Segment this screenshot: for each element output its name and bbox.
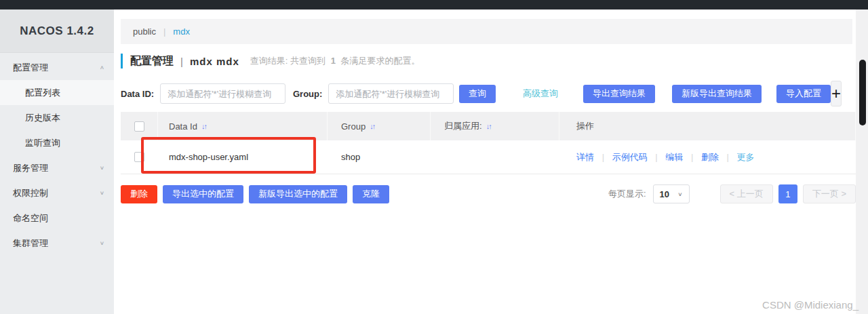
clone-button[interactable]: 克隆 — [353, 185, 389, 203]
action-delete[interactable]: 删除 — [701, 152, 719, 162]
header-label: 归属应用: — [444, 120, 482, 132]
page-size-select[interactable]: 10 ∨ — [653, 184, 690, 203]
data-id-input[interactable] — [160, 83, 285, 104]
sort-icon[interactable]: ↓↑ — [370, 122, 374, 130]
page-subtitle: mdx mdx — [190, 56, 239, 67]
query-result-text: 查询结果: 共查询到 1 条满足要求的配置。 — [250, 55, 420, 67]
footer-toolbar: 删除 导出选中的配置 新版导出选中的配置 克隆 每页显示: 10 ∨ < 上一页… — [121, 184, 856, 203]
sidebar-item-label: 命名空间 — [13, 212, 48, 224]
delete-button[interactable]: 删除 — [121, 185, 157, 203]
page-header: 配置管理 | mdx mdx 查询结果: 共查询到 1 条满足要求的配置。 — [121, 52, 852, 71]
import-config-button[interactable]: 导入配置 — [776, 85, 831, 103]
sidebar-item-label: 监听查询 — [25, 137, 60, 149]
header-app[interactable]: 归属应用: ↓↑ — [431, 112, 559, 140]
group-label: Group: — [293, 89, 322, 99]
export-results-button[interactable]: 导出查询结果 — [583, 85, 655, 103]
page-title: 配置管理 — [130, 54, 174, 68]
sidebar-item-label: 服务管理 — [13, 162, 48, 174]
row-select-cell — [121, 152, 158, 162]
header-actions: 操作 — [559, 112, 856, 140]
sort-icon[interactable]: ↓↑ — [486, 122, 491, 130]
header-label: 操作 — [576, 120, 594, 132]
action-sample-code[interactable]: 示例代码 — [612, 152, 648, 162]
page-size-label: 每页显示: — [608, 188, 646, 200]
table-header-row: Data Id ↓↑ Group ↓↑ 归属应用: ↓↑ 操作 — [121, 112, 856, 140]
row-group: shop — [328, 152, 431, 162]
chevron-up-icon: ∧ — [100, 64, 104, 71]
row-actions: 详情 | 示例代码 | 编辑 | 删除 | 更多 — [559, 151, 856, 163]
breadcrumb-current-namespace[interactable]: mdx — [173, 26, 190, 37]
page-size-value: 10 — [660, 189, 669, 199]
prev-page-button[interactable]: < 上一页 — [720, 184, 773, 203]
sidebar-item-listener-query[interactable]: 监听查询 — [0, 130, 114, 155]
next-page-button[interactable]: 下一页 > — [803, 184, 856, 203]
chevron-down-icon: ∨ — [100, 240, 104, 246]
action-separator: | — [602, 152, 604, 162]
action-edit[interactable]: 编辑 — [665, 152, 683, 162]
action-separator: | — [655, 152, 657, 162]
sidebar-item-label: 历史版本 — [25, 112, 60, 124]
chevron-down-icon: ∨ — [100, 165, 104, 171]
sidebar-item-config-management[interactable]: 配置管理 ∧ — [0, 55, 114, 80]
sidebar-item-label: 集群管理 — [13, 237, 48, 250]
accent-bar — [121, 54, 123, 68]
scrollbar-thumb[interactable] — [859, 60, 866, 125]
header-group[interactable]: Group ↓↑ — [328, 112, 431, 140]
breadcrumb: public | mdx — [121, 19, 852, 44]
advanced-search-link[interactable]: 高级查询 — [523, 87, 558, 100]
main-content: public | mdx 配置管理 | mdx mdx 查询结果: 共查询到 1… — [114, 9, 868, 314]
sidebar-item-namespace[interactable]: 命名空间 — [0, 205, 114, 231]
export-selected-new-button[interactable]: 新版导出选中的配置 — [249, 185, 347, 203]
export-selected-button[interactable]: 导出选中的配置 — [163, 185, 243, 203]
sidebar-item-permission-control[interactable]: 权限控制 ∨ — [0, 180, 114, 205]
data-id-label: Data ID: — [121, 89, 154, 99]
search-button[interactable]: 查询 — [459, 85, 496, 103]
query-result-suffix: 条满足要求的配置。 — [340, 56, 420, 66]
filter-row: Data ID: Group: 查询 高级查询 导出查询结果 新版导出查询结果 … — [121, 80, 852, 107]
sidebar-item-label: 权限控制 — [13, 187, 48, 199]
action-separator: | — [691, 152, 693, 162]
current-page-button[interactable]: 1 — [778, 184, 797, 203]
table-row: mdx-shop-user.yaml shop 详情 | 示例代码 | 编辑 |… — [121, 140, 856, 174]
chevron-down-icon: ∨ — [100, 190, 104, 196]
sidebar-item-label: 配置管理 — [13, 62, 48, 74]
header-label: Group — [341, 121, 366, 132]
export-results-new-button[interactable]: 新版导出查询结果 — [672, 85, 762, 103]
sort-icon[interactable]: ↓↑ — [201, 122, 206, 130]
pagination: < 上一页 1 下一页 > — [720, 184, 856, 203]
action-more[interactable]: 更多 — [737, 152, 755, 162]
plus-icon: + — [831, 85, 841, 102]
row-checkbox[interactable] — [134, 152, 144, 162]
breadcrumb-separator: | — [163, 26, 165, 37]
scrollbar-track — [856, 9, 868, 314]
group-input[interactable] — [328, 83, 454, 104]
app-logo: NACOS 1.4.2 — [0, 9, 114, 53]
row-data-id[interactable]: mdx-shop-user.yaml — [158, 152, 328, 162]
page-title-separator: | — [180, 56, 183, 67]
sidebar-item-history-versions[interactable]: 历史版本 — [0, 105, 114, 130]
sidebar-menu: 配置管理 ∧ 配置列表 历史版本 监听查询 服务管理 ∨ 权限控制 ∨ 命名空间… — [0, 53, 114, 256]
select-all-cell — [121, 112, 158, 140]
select-all-checkbox[interactable] — [134, 121, 144, 132]
top-bar — [0, 0, 868, 9]
header-label: Data Id — [169, 121, 197, 132]
action-separator: | — [727, 152, 729, 162]
sidebar-item-service-management[interactable]: 服务管理 ∨ — [0, 155, 114, 180]
sidebar-item-cluster-management[interactable]: 集群管理 ∨ — [0, 231, 114, 256]
sidebar-item-label: 配置列表 — [25, 87, 60, 99]
add-config-button[interactable]: + — [831, 81, 842, 106]
config-table: Data Id ↓↑ Group ↓↑ 归属应用: ↓↑ 操作 mdx-shop… — [121, 112, 856, 174]
query-result-count: 1 — [331, 56, 336, 66]
sidebar: NACOS 1.4.2 配置管理 ∧ 配置列表 历史版本 监听查询 服务管理 ∨… — [0, 9, 114, 314]
query-result-prefix: 查询结果: 共查询到 — [250, 56, 326, 66]
header-data-id[interactable]: Data Id ↓↑ — [158, 112, 328, 140]
chevron-down-icon: ∨ — [677, 191, 682, 197]
sidebar-item-config-list[interactable]: 配置列表 — [0, 80, 114, 105]
watermark: CSDN @Midiexiang_ — [762, 299, 859, 311]
breadcrumb-namespace[interactable]: public — [133, 26, 156, 37]
action-detail[interactable]: 详情 — [576, 152, 594, 162]
